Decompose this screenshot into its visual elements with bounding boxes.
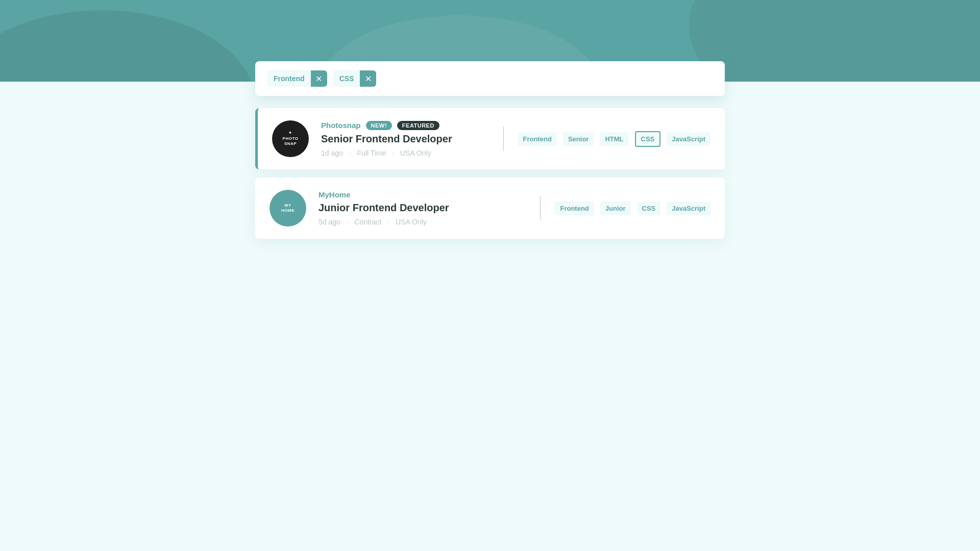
company-logo-photosnap: ✦PHOTOSNAP [272,120,309,157]
job-meta-myhome: MyHome [318,190,526,199]
content-wrapper: Frontend ✕ CSS ✕ ✦PHOTOSNAP Photosnap Ne… [245,0,735,239]
job-title-myhome[interactable]: Junior Frontend Developer [318,202,526,214]
job-meta-photosnap: Photosnap New!Featured [321,121,489,130]
job-tag-html-photosnap[interactable]: HTML [600,132,628,146]
filter-tags-container: Frontend ✕ CSS ✕ [267,70,376,87]
job-card-photosnap: ✦PHOTOSNAP Photosnap New!Featured Senior… [255,108,725,169]
badge-featured-photosnap: Featured [397,121,439,130]
job-tag-senior-photosnap[interactable]: Senior [563,132,594,146]
job-tag-css-photosnap[interactable]: CSS [635,131,661,147]
job-tags-myhome: FrontendJuniorCSSJavaScript [555,202,710,215]
job-tag-junior-myhome[interactable]: Junior [600,202,631,215]
dot2-myhome: · [387,218,389,226]
svg-point-0 [0,10,255,82]
time-ago-myhome: 5d ago [318,218,340,226]
filter-tag-css: CSS ✕ [333,70,377,87]
job-tag-css-myhome[interactable]: CSS [637,202,661,215]
company-name-photosnap: Photosnap [321,121,361,130]
filter-tag-remove-css[interactable]: ✕ [360,70,376,87]
dot1-myhome: · [347,218,349,226]
employment-type-photosnap: Full Time [357,149,386,157]
job-card-myhome: MYHOME MyHome Junior Frontend Developer … [255,178,725,239]
job-divider-photosnap [503,127,504,151]
company-name-myhome: MyHome [318,190,351,199]
badge-new-photosnap: New! [366,121,392,130]
dot2-photosnap: · [392,149,394,157]
job-divider-myhome [540,196,541,220]
time-ago-photosnap: 1d ago [321,149,343,157]
location-photosnap: USA Only [400,149,431,157]
employment-type-myhome: Contract [355,218,382,226]
job-tag-javascript-photosnap[interactable]: JavaScript [667,132,710,146]
filter-tag-frontend: Frontend ✕ [267,70,327,87]
job-tags-photosnap: FrontendSeniorHTMLCSSJavaScript [518,131,710,147]
dot1-photosnap: · [349,149,351,157]
job-tag-frontend-myhome[interactable]: Frontend [555,202,594,215]
location-myhome: USA Only [396,218,427,226]
job-info-photosnap: Photosnap New!Featured Senior Frontend D… [321,121,489,157]
filter-bar: Frontend ✕ CSS ✕ [255,61,725,96]
filter-tag-label-frontend: Frontend [267,70,311,87]
filter-tag-label-css: CSS [333,70,360,87]
job-info-myhome: MyHome Junior Frontend Developer 5d ago … [318,190,526,226]
logo-text-photosnap: ✦PHOTOSNAP [283,131,299,146]
job-tag-frontend-photosnap[interactable]: Frontend [518,132,557,146]
jobs-list: ✦PHOTOSNAP Photosnap New!Featured Senior… [255,108,725,239]
logo-text-myhome: MYHOME [281,203,295,214]
job-details-photosnap: 1d ago · Full Time · USA Only [321,149,489,157]
company-logo-myhome: MYHOME [270,190,306,227]
job-tag-javascript-myhome[interactable]: JavaScript [667,202,710,215]
filter-tag-remove-frontend[interactable]: ✕ [311,70,327,87]
job-details-myhome: 5d ago · Contract · USA Only [318,218,526,226]
job-title-photosnap[interactable]: Senior Frontend Developer [321,133,489,145]
